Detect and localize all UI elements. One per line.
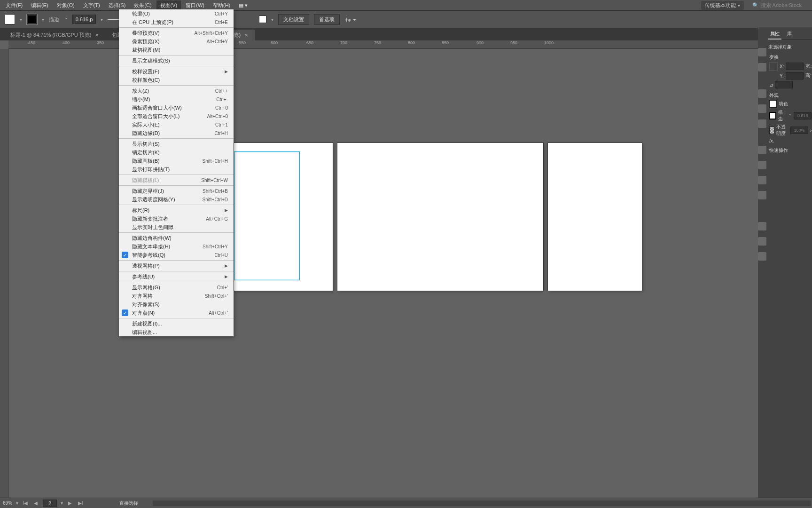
fill-swatch[interactable]: [5, 14, 15, 24]
right-dock: 属性 库 未选择对象 变换 X: 宽: Y: 高: ⊿ 外观 填色 描边⌃ 不透: [758, 27, 812, 498]
vertical-ruler[interactable]: [0, 49, 8, 498]
transform-section-label: 变换: [769, 54, 812, 61]
brushes-panel-icon[interactable]: [758, 104, 766, 113]
stock-search[interactable]: 🔍 搜索 Adobe Stock: [749, 1, 805, 10]
stroke-weight-input[interactable]: [72, 15, 96, 24]
stroke-weight-mini[interactable]: [794, 112, 812, 119]
view-menu-item[interactable]: 实际大小(E)Ctrl+1: [119, 120, 234, 129]
view-menu-item[interactable]: 显示文稿模式(S): [119, 56, 234, 65]
menu-select[interactable]: 选择(S): [105, 0, 130, 10]
menu-type[interactable]: 文字(T): [79, 0, 104, 10]
next-artboard-button[interactable]: ▶: [67, 500, 73, 506]
opacity-mini-swatch[interactable]: [769, 127, 774, 134]
view-menu-item[interactable]: 透视网格(P)▶: [119, 262, 234, 270]
color-panel-icon[interactable]: [758, 48, 766, 56]
menu-window[interactable]: 窗口(W): [182, 0, 208, 10]
view-menu-item[interactable]: 校样设置(F)▶: [119, 67, 234, 76]
swatches-panel-icon[interactable]: [758, 222, 766, 230]
view-menu-item[interactable]: 显示透明度网格(Y)Shift+Ctrl+D: [119, 195, 234, 204]
no-selection-label: 未选择对象: [768, 44, 812, 50]
view-menu-item[interactable]: 轮廓(O)Ctrl+Y: [119, 9, 234, 18]
opacity-label: 不透明度: [776, 124, 789, 137]
view-menu-item[interactable]: 叠印预览(V)Alt+Shift+Ctrl+Y: [119, 29, 234, 37]
view-menu-item[interactable]: ✓智能参考线(Q)Ctrl+U: [119, 251, 234, 259]
fill-mini-swatch[interactable]: [769, 100, 777, 108]
view-menu-item[interactable]: 隐藏模板(L)Shift+Ctrl+W: [119, 176, 234, 184]
view-menu-item[interactable]: 显示切片(S): [119, 140, 234, 148]
view-menu-item[interactable]: ✓对齐点(N)Alt+Ctrl+': [119, 309, 234, 317]
view-menu-item[interactable]: 对齐网格Shift+Ctrl+': [119, 292, 234, 300]
artboard-3[interactable]: [548, 143, 642, 291]
tab-libraries[interactable]: 库: [785, 29, 794, 40]
view-menu-item[interactable]: 隐藏边缘(D)Ctrl+H: [119, 129, 234, 137]
graphic-styles-panel-icon[interactable]: [758, 176, 766, 184]
stroke-mini-swatch[interactable]: [769, 112, 776, 119]
x-input[interactable]: [786, 63, 804, 70]
artboards-panel-icon[interactable]: [758, 252, 766, 261]
selection-box[interactable]: [234, 151, 300, 280]
symbols-panel-icon[interactable]: [758, 119, 766, 128]
appearance-panel-icon[interactable]: [758, 161, 766, 169]
view-menu-item[interactable]: 显示实时上色间隙: [119, 223, 234, 231]
view-menu-item[interactable]: 缩小(M)Ctrl+-: [119, 95, 234, 103]
view-menu-item[interactable]: 画板适合窗口大小(W)Ctrl+0: [119, 103, 234, 112]
horizontal-scrollbar[interactable]: [153, 500, 811, 506]
y-input[interactable]: [786, 72, 804, 79]
prev-artboard-button[interactable]: ◀: [32, 500, 39, 506]
view-menu-item[interactable]: 对齐像素(S): [119, 300, 234, 309]
close-icon[interactable]: ×: [244, 32, 248, 39]
opacity-input[interactable]: [790, 127, 808, 134]
asset-panel-icon[interactable]: [758, 237, 766, 246]
menu-view[interactable]: 视图(V): [156, 0, 181, 10]
ruler-tick: 850: [442, 40, 449, 45]
gradient-panel-icon[interactable]: [758, 63, 766, 71]
menu-object[interactable]: 对象(O): [53, 0, 78, 10]
view-menu-item[interactable]: 标尺(R)▶: [119, 206, 234, 214]
stroke-swatch[interactable]: [27, 14, 37, 24]
view-menu-item[interactable]: 新建视图(I)...: [119, 319, 234, 328]
arrange-docs-icon[interactable]: ▦ ▾: [235, 1, 251, 10]
zoom-level[interactable]: 69%: [3, 500, 12, 506]
view-menu-item[interactable]: 全部适合窗口大小(L)Alt+Ctrl+0: [119, 112, 234, 120]
view-menu-item[interactable]: 参考线(U)▶: [119, 272, 234, 281]
workspace-switcher[interactable]: 传统基本功能 ▾: [701, 1, 744, 10]
view-menu-item[interactable]: 锁定切片(K): [119, 148, 234, 157]
layers-panel-icon[interactable]: [758, 146, 766, 154]
menu-help[interactable]: 帮助(H): [209, 0, 234, 10]
doc-setup-button[interactable]: 文档设置: [278, 14, 309, 25]
first-artboard-button[interactable]: I◀: [22, 500, 29, 506]
view-menu-item[interactable]: 隐藏画板(B)Shift+Ctrl+H: [119, 157, 234, 165]
align-icon[interactable]: ⫞⁎ ▾: [344, 16, 356, 23]
fx-button[interactable]: fx.: [769, 138, 774, 143]
transparency-panel-icon[interactable]: [758, 191, 766, 199]
tab-properties[interactable]: 属性: [768, 29, 781, 40]
close-icon[interactable]: ×: [95, 32, 99, 39]
view-menu-item[interactable]: 像素预览(X)Alt+Ctrl+Y: [119, 37, 234, 46]
view-menu-item[interactable]: 隐藏定界框(J)Shift+Ctrl+B: [119, 187, 234, 195]
angle-input[interactable]: [775, 81, 793, 88]
artboard-number-input[interactable]: [43, 500, 57, 507]
view-menu-item[interactable]: 编辑视图...: [119, 328, 234, 336]
view-menu-item[interactable]: 放大(Z)Ctrl++: [119, 87, 234, 95]
reference-point-icon[interactable]: [769, 62, 778, 71]
stroke-panel-icon[interactable]: [758, 89, 766, 98]
artboard-2[interactable]: [337, 143, 543, 291]
view-menu-item[interactable]: 显示网格(G)Ctrl+': [119, 283, 234, 292]
prefs-button[interactable]: 首选项: [314, 14, 340, 25]
view-menu-item[interactable]: 隐藏新变批注者Alt+Ctrl+G: [119, 214, 234, 223]
menu-edit[interactable]: 编辑(E): [27, 0, 52, 10]
opacity-swatch[interactable]: [259, 16, 266, 23]
view-menu-item[interactable]: 隐藏文本串接(H)Shift+Ctrl+Y: [119, 242, 234, 251]
view-menu-item[interactable]: 裁切视图(M): [119, 46, 234, 54]
x-label: X:: [780, 64, 784, 69]
view-menu-item[interactable]: 显示打印拼贴(T): [119, 165, 234, 174]
menu-effect[interactable]: 效果(C): [130, 0, 155, 10]
ruler-tick: 1000: [544, 40, 554, 45]
view-menu-item[interactable]: 隐藏边角构件(W): [119, 234, 234, 242]
document-tab-1[interactable]: 标题-1 @ 84.71% (RGB/GPU 预览)×: [4, 30, 105, 40]
ruler-tick: 800: [408, 40, 415, 45]
view-menu-item[interactable]: 在 CPU 上预览(P)Ctrl+E: [119, 18, 234, 26]
view-menu-item[interactable]: 校样颜色(C): [119, 76, 234, 84]
menu-file[interactable]: 文件(F): [2, 0, 26, 10]
last-artboard-button[interactable]: ▶I: [77, 500, 84, 506]
